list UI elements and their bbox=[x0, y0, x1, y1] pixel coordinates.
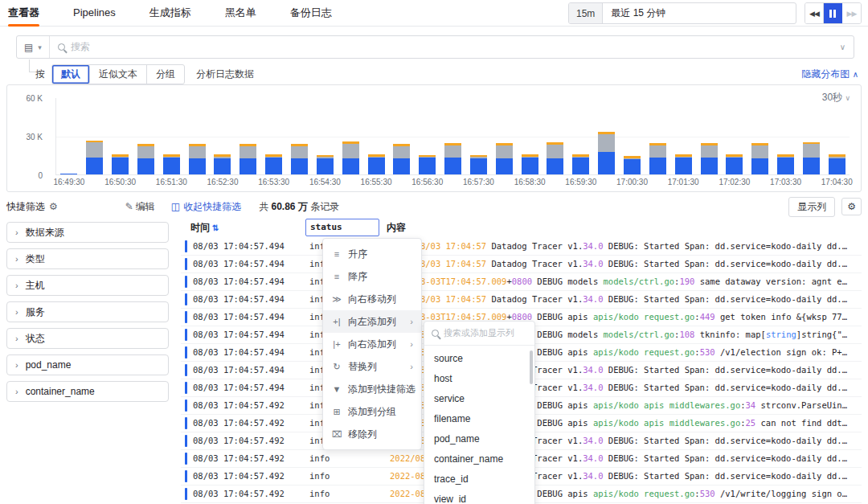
scrollbar-thumb[interactable] bbox=[530, 350, 533, 384]
mode-近似文本[interactable]: 近似文本 bbox=[90, 65, 147, 84]
pause-button[interactable] bbox=[824, 3, 842, 23]
facet-label: 主机 bbox=[26, 279, 45, 293]
chart-bar[interactable] bbox=[60, 174, 77, 174]
chart-bar[interactable] bbox=[163, 154, 180, 174]
table-row[interactable]: 08/03 17:04:57.494info2022/08/03 17:04:5… bbox=[181, 238, 862, 256]
facet-label: 类型 bbox=[26, 252, 45, 266]
chart-bar[interactable] bbox=[112, 154, 129, 174]
submenu-item-container_name[interactable]: container_name bbox=[424, 449, 534, 469]
chart-bar[interactable] bbox=[240, 144, 256, 174]
submenu-item-view_id[interactable]: view_id bbox=[424, 490, 534, 504]
nav-tab-生成指标[interactable]: 生成指标 bbox=[149, 0, 191, 27]
submenu-item-source[interactable]: source bbox=[424, 349, 534, 369]
menu-item-sort-ascending[interactable]: ≡升序 bbox=[323, 243, 421, 265]
facet-主机[interactable]: ›主机 bbox=[6, 275, 169, 296]
chart-bar[interactable] bbox=[189, 144, 206, 174]
column-header-status[interactable]: status bbox=[305, 219, 379, 236]
search-input[interactable]: 搜索 bbox=[50, 40, 840, 54]
submenu-item-service[interactable]: service bbox=[424, 389, 534, 409]
submenu-item-trace_id[interactable]: trace_id bbox=[424, 469, 534, 490]
submenu-item-pod_name[interactable]: pod_name bbox=[424, 429, 534, 449]
chart-bar[interactable] bbox=[137, 144, 154, 174]
chart-bar[interactable] bbox=[649, 143, 666, 174]
menu-item-label: 向右移动列 bbox=[348, 293, 396, 306]
chart-bar[interactable] bbox=[368, 154, 385, 174]
settings-button[interactable]: ⚙ bbox=[841, 198, 862, 215]
menu-item-add-to-group[interactable]: ⊞添加到分组 bbox=[323, 400, 421, 423]
table-row[interactable]: 08/03 17:04:57.494info2022-08-03T17:04:5… bbox=[181, 273, 862, 291]
facet-pod_name[interactable]: ›pod_name bbox=[6, 354, 169, 375]
menu-item-add-column-left[interactable]: +|向左添加列› bbox=[323, 310, 421, 333]
forward-button[interactable]: ▶▶ bbox=[842, 3, 861, 23]
chart-bar[interactable] bbox=[291, 144, 308, 174]
chart-bar-segment-gray bbox=[701, 145, 718, 158]
chart-bar-slot: 16:51:30 bbox=[158, 98, 184, 174]
facet-类型[interactable]: ›类型 bbox=[6, 248, 169, 269]
menu-item-replace-column[interactable]: ↻替换列› bbox=[323, 355, 421, 378]
menu-item-label: 添加到分组 bbox=[348, 405, 396, 419]
nav-tab-黑名单[interactable]: 黑名单 bbox=[225, 0, 256, 27]
menu-item-add-column-right[interactable]: |+向右添加列› bbox=[323, 333, 421, 355]
log-status: info bbox=[309, 453, 330, 463]
table-row[interactable]: 08/03 17:04:57.494info2022/08/03 17:04:5… bbox=[181, 291, 862, 309]
log-level-marker bbox=[185, 488, 187, 500]
chart-bar[interactable] bbox=[419, 155, 436, 174]
nav-tab-Pipelines[interactable]: Pipelines bbox=[73, 0, 116, 27]
column-header-content[interactable]: 内容 bbox=[387, 221, 406, 235]
log-time: 08/03 17:04:57.492 bbox=[193, 471, 285, 481]
chart-bar[interactable] bbox=[726, 154, 743, 174]
pencil-icon: ✎ bbox=[125, 201, 133, 212]
mode-默认[interactable]: 默认 bbox=[52, 65, 90, 84]
chart-bar[interactable] bbox=[470, 155, 487, 174]
nav-tab-备份日志[interactable]: 备份日志 bbox=[290, 0, 332, 27]
tab-analyze-log-data[interactable]: 分析日志数据 bbox=[196, 68, 254, 81]
search-expand-icon[interactable]: ∨ bbox=[840, 43, 854, 51]
chart-bar[interactable] bbox=[572, 154, 589, 174]
rewind-button[interactable]: ◀◀ bbox=[805, 3, 824, 23]
x-axis-tick-label: 16:55:30 bbox=[361, 178, 392, 186]
chart-bar[interactable] bbox=[598, 132, 615, 174]
quick-filter-gear-icon[interactable]: ⚙ bbox=[49, 201, 58, 212]
chart-bar[interactable] bbox=[624, 156, 641, 174]
chart-bar[interactable] bbox=[803, 142, 820, 174]
chart-bar[interactable] bbox=[751, 143, 768, 174]
collapse-quick-filter-button[interactable]: ◫收起快捷筛选 bbox=[171, 200, 241, 214]
submenu-search-input[interactable]: 搜索或添加显示列 bbox=[424, 322, 534, 346]
facet-服务[interactable]: ›服务 bbox=[6, 301, 169, 322]
chart-bar[interactable] bbox=[214, 154, 231, 174]
sort-icon[interactable]: ⇅ bbox=[212, 223, 219, 232]
menu-item-move-column-right[interactable]: ≫向右移动列 bbox=[323, 288, 421, 310]
chart-bar[interactable] bbox=[86, 141, 103, 174]
log-content: 2022/08/03 17:04:57 Datadog Tracer v1.34… bbox=[390, 241, 860, 251]
time-range-picker[interactable]: 15m 最近 15 分钟 bbox=[568, 2, 796, 24]
table-row[interactable]: 08/03 17:04:57.494info2022/08/03 17:04:5… bbox=[181, 256, 862, 273]
saved-view-selector[interactable]: ▤ ▾ bbox=[17, 36, 50, 58]
submenu-item-host[interactable]: host bbox=[424, 369, 534, 389]
menu-item-add-to-quick-filter[interactable]: ▼添加到快捷筛选 bbox=[323, 378, 421, 400]
facet-container_name[interactable]: ›container_name bbox=[6, 381, 169, 402]
chart-bar[interactable] bbox=[522, 154, 538, 174]
facet-数据来源[interactable]: ›数据来源 bbox=[6, 222, 169, 243]
chart-bar[interactable] bbox=[317, 155, 334, 174]
menu-item-sort-descending[interactable]: ≡降序 bbox=[323, 265, 421, 288]
chart-bar[interactable] bbox=[829, 154, 845, 174]
chart-bar[interactable] bbox=[265, 154, 282, 174]
nav-tab-查看器[interactable]: 查看器 bbox=[8, 0, 39, 27]
chart-bar[interactable] bbox=[342, 141, 359, 174]
chart-bar[interactable] bbox=[393, 144, 410, 174]
mode-分组[interactable]: 分组 bbox=[147, 65, 184, 84]
submenu-item-filename[interactable]: filename bbox=[424, 409, 534, 429]
chart-bar[interactable] bbox=[701, 143, 718, 174]
show-columns-button[interactable]: 显示列 bbox=[788, 197, 835, 217]
chart-bar[interactable] bbox=[675, 154, 692, 174]
chart-bar[interactable] bbox=[547, 142, 563, 174]
menu-item-remove-column[interactable]: ⌧移除列 bbox=[323, 423, 421, 445]
search-bar[interactable]: ▤ ▾ 搜索 ∨ bbox=[16, 35, 854, 59]
facet-状态[interactable]: ›状态 bbox=[6, 328, 169, 349]
chart-bar[interactable] bbox=[444, 143, 461, 174]
column-header-time[interactable]: 时间⇅ bbox=[190, 221, 219, 235]
hide-distribution-link[interactable]: 隐藏分布图 ∧ bbox=[801, 68, 858, 81]
chart-bar[interactable] bbox=[777, 154, 794, 174]
chart-bar[interactable] bbox=[496, 143, 513, 174]
edit-button[interactable]: ✎编辑 bbox=[125, 200, 155, 214]
